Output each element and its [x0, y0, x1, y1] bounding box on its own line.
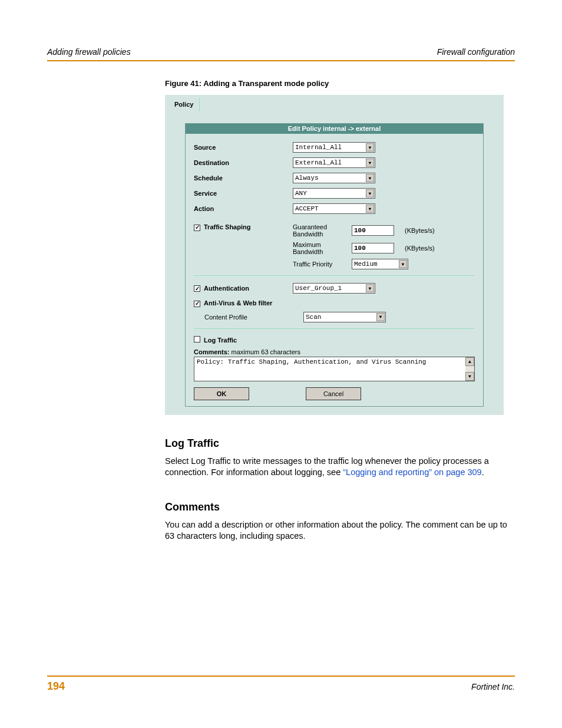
- figure-caption: Figure 41: Adding a Transparent mode pol…: [165, 79, 515, 88]
- chevron-down-icon: ▼: [366, 284, 374, 292]
- authentication-checkbox[interactable]: ✓: [194, 285, 200, 292]
- divider: [194, 275, 475, 276]
- comments-textarea[interactable]: Policy: Traffic Shaping, Authentication,…: [194, 357, 475, 381]
- log-traffic-heading: Log Traffic: [165, 437, 515, 450]
- scroll-down-icon[interactable]: ▼: [465, 372, 474, 381]
- destination-select[interactable]: External_All ▼: [293, 157, 375, 168]
- destination-label: Destination: [194, 159, 293, 166]
- header-right: Firewall configuration: [437, 47, 515, 57]
- log-traffic-checkbox[interactable]: [194, 336, 200, 342]
- guaranteed-bw-unit: (KBytes/s): [405, 227, 435, 234]
- cancel-button[interactable]: Cancel: [306, 387, 361, 400]
- maximum-bw-unit: (KBytes/s): [405, 245, 435, 252]
- comments-value: Policy: Traffic Shaping, Authentication,…: [197, 358, 426, 380]
- schedule-select[interactable]: Always ▼: [293, 173, 375, 183]
- logging-xref-link[interactable]: “Logging and reporting” on page 309: [343, 467, 481, 477]
- chevron-down-icon: ▼: [366, 205, 374, 213]
- policy-editor-screenshot: Policy Edit Policy internal -> external …: [165, 95, 504, 415]
- chevron-down-icon: ▼: [376, 313, 385, 321]
- service-select[interactable]: ANY ▼: [293, 188, 375, 199]
- comments-heading: Comments: [165, 501, 515, 513]
- form-titlebar: Edit Policy internal -> external: [186, 124, 483, 134]
- header-left: Adding firewall policies: [47, 47, 131, 57]
- traffic-shaping-checkbox[interactable]: ✓: [194, 225, 200, 231]
- comments-paragraph: You can add a description or other infor…: [165, 519, 513, 542]
- maximum-bw-input[interactable]: 100: [352, 243, 394, 253]
- schedule-label: Schedule: [194, 174, 293, 182]
- service-label: Service: [194, 190, 293, 197]
- chevron-down-icon: ▼: [366, 189, 374, 197]
- comments-label-row: Comments: maximum 63 characters: [194, 348, 475, 355]
- tab-label: Policy: [174, 101, 193, 108]
- content-profile-select[interactable]: Scan ▼: [303, 312, 386, 322]
- action-select[interactable]: ACCEPT ▼: [293, 203, 375, 214]
- tab-policy[interactable]: Policy: [171, 98, 200, 111]
- log-traffic-paragraph: Select Log Traffic to write messages to …: [165, 456, 513, 479]
- traffic-priority-select[interactable]: Medium ▼: [352, 259, 408, 269]
- authentication-select[interactable]: User_Group_1 ▼: [293, 283, 375, 294]
- traffic-shaping-checkbox-label: ✓Traffic Shaping: [194, 223, 293, 231]
- log-traffic-checkbox-label: Log Traffic: [194, 336, 293, 344]
- source-label: Source: [194, 144, 293, 151]
- scrollbar[interactable]: ▲ ▼: [465, 357, 474, 381]
- action-label: Action: [194, 205, 293, 212]
- chevron-down-icon: ▼: [366, 174, 374, 182]
- tab-row: Policy: [165, 95, 504, 111]
- guaranteed-bw-label: Guaranteed Bandwidth: [293, 223, 352, 238]
- maximum-bw-label: Maximum Bandwidth: [293, 241, 352, 255]
- traffic-priority-label: Traffic Priority: [293, 261, 352, 268]
- antivirus-checkbox-label: ✓Anti-Virus & Web filter: [194, 299, 293, 307]
- page-footer: 194 Fortinet Inc.: [47, 676, 515, 693]
- authentication-checkbox-label: ✓Authentication: [194, 285, 293, 292]
- chevron-down-icon: ▼: [399, 260, 407, 268]
- antivirus-checkbox[interactable]: ✓: [194, 301, 200, 307]
- page-number: 194: [47, 680, 65, 693]
- footer-company: Fortinet Inc.: [471, 682, 515, 691]
- page-running-header: Adding firewall policies Firewall config…: [47, 47, 515, 61]
- scroll-up-icon[interactable]: ▲: [465, 357, 474, 366]
- chevron-down-icon: ▼: [366, 159, 374, 167]
- content-profile-label: Content Profile: [194, 314, 303, 321]
- chevron-down-icon: ▼: [366, 143, 374, 151]
- divider: [194, 328, 475, 329]
- ok-button[interactable]: OK: [194, 387, 249, 400]
- guaranteed-bw-input[interactable]: 100: [352, 225, 394, 236]
- policy-form: Edit Policy internal -> external Source …: [185, 123, 484, 407]
- source-select[interactable]: Internal_All ▼: [293, 142, 375, 153]
